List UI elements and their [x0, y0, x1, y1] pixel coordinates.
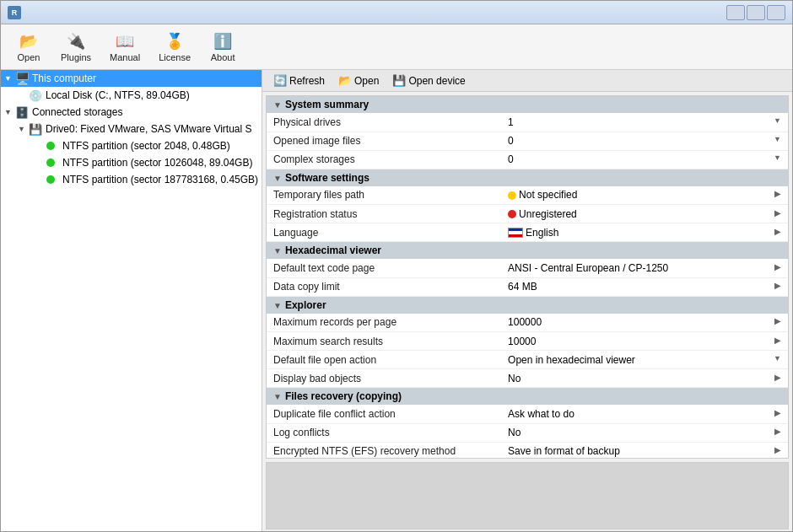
prop-value-files-recovery-2: Save in format of backup▶: [501, 442, 788, 459]
open-label: Open: [18, 52, 40, 62]
ntfs-icon: [45, 139, 60, 153]
app-icon: R: [8, 6, 21, 19]
settings-row-system-summary-1[interactable]: Opened image files 0▼: [267, 132, 788, 150]
settings-row-software-settings-2[interactable]: Language English▶: [267, 223, 788, 242]
prop-value-system-summary-2: 0▼: [501, 150, 788, 169]
row-arrow-software-settings-2[interactable]: ▶: [774, 227, 781, 236]
prop-value-hex-viewer-1: 64 MB▶: [501, 277, 788, 296]
settings-row-files-recovery-0[interactable]: Duplicate file conflict action Ask what …: [267, 405, 788, 423]
prop-value-system-summary-1: 0▼: [501, 132, 788, 150]
row-arrow-files-recovery-2[interactable]: ▶: [774, 445, 781, 454]
refresh-icon: 🔄: [273, 74, 287, 87]
toolbar-btn-manual[interactable]: 📖Manual: [102, 28, 148, 67]
action-btn-refresh[interactable]: 🔄Refresh: [269, 72, 329, 89]
settings-row-software-settings-1[interactable]: Registration status Unregistered▶: [267, 205, 788, 223]
red-dot-icon: [508, 210, 516, 218]
tree-arrow-drive0: ▼: [18, 125, 28, 133]
action-btn-open-device[interactable]: 💾Open device: [388, 72, 469, 89]
tree-item-drive0[interactable]: ▼💾Drive0: Fixed VMware, SAS VMware Virtu…: [1, 121, 262, 137]
prop-value-hex-viewer-0: ANSI - Central European / CP-1250▶: [501, 259, 788, 277]
computer-icon: 🖥️: [14, 72, 30, 85]
ntfs-icon: [45, 156, 60, 169]
storages-icon: 🗄️: [14, 105, 30, 119]
license-label: License: [159, 52, 191, 62]
tree-item-this-computer[interactable]: ▼🖥️This computer: [1, 70, 262, 87]
row-arrow-software-settings-0[interactable]: ▶: [774, 189, 781, 198]
section-title-system-summary: System summary: [285, 99, 369, 110]
tree-item-ntfs3[interactable]: NTFS partition (sector 187783168, 0.45GB…: [1, 171, 262, 188]
settings-row-software-settings-0[interactable]: Temporary files path Not specified▶: [267, 186, 788, 205]
tree-item-ntfs2[interactable]: NTFS partition (sector 1026048, 89.04GB): [1, 154, 262, 171]
prop-value-software-settings-0: Not specified▶: [501, 186, 788, 205]
open-icon: 📂: [338, 74, 352, 87]
prop-value-explorer-0: 100000▶: [501, 314, 788, 332]
row-dropdown-system-summary-1[interactable]: ▼: [774, 135, 781, 143]
toolbar-btn-about[interactable]: ℹ️About: [202, 28, 244, 67]
section-arrow-explorer: ▼: [273, 301, 282, 310]
prop-name-files-recovery-0: Duplicate file conflict action: [267, 405, 501, 423]
tree-arrow-this-computer: ▼: [4, 74, 14, 83]
tree-label-drive0: Drive0: Fixed VMware, SAS VMware Virtual…: [46, 123, 252, 135]
settings-row-explorer-1[interactable]: Maximum search results 10000▶: [267, 332, 788, 351]
yellow-dot-icon: [508, 191, 516, 200]
settings-row-system-summary-2[interactable]: Complex storages 0▼: [267, 150, 788, 169]
settings-table: ▼System summary Physical drives 1▼ Opene…: [267, 96, 788, 459]
prop-name-software-settings-2: Language: [267, 223, 501, 242]
open-icon: 📂: [17, 32, 40, 51]
section-arrow-system-summary: ▼: [273, 100, 282, 110]
prop-name-software-settings-0: Temporary files path: [267, 186, 501, 205]
toolbar-btn-license[interactable]: 🏅License: [151, 28, 198, 67]
settings-area: ▼System summary Physical drives 1▼ Opene…: [266, 95, 789, 459]
tree-label-ntfs2: NTFS partition (sector 1026048, 89.04GB): [62, 157, 252, 169]
prop-name-explorer-1: Maximum search results: [267, 332, 501, 351]
prop-name-hex-viewer-1: Data copy limit: [267, 277, 501, 296]
row-dropdown-system-summary-0[interactable]: ▼: [774, 116, 781, 125]
prop-value-software-settings-1: Unregistered▶: [501, 205, 788, 223]
prop-name-explorer-3: Display bad objects: [267, 369, 501, 388]
row-arrow-explorer-3[interactable]: ▶: [774, 373, 781, 382]
open-device-label: Open device: [408, 75, 465, 87]
row-arrow-explorer-1[interactable]: ▶: [774, 336, 781, 345]
settings-row-files-recovery-1[interactable]: Log conflicts No▶: [267, 423, 788, 442]
settings-row-hex-viewer-1[interactable]: Data copy limit 64 MB▶: [267, 277, 788, 296]
row-arrow-files-recovery-1[interactable]: ▶: [774, 427, 781, 436]
section-header-software-settings: ▼Software settings: [267, 169, 788, 186]
prop-name-software-settings-1: Registration status: [267, 205, 501, 223]
row-arrow-hex-viewer-0[interactable]: ▶: [774, 262, 781, 271]
prop-value-explorer-1: 10000▶: [501, 332, 788, 351]
plugins-label: Plugins: [61, 52, 91, 62]
settings-row-explorer-3[interactable]: Display bad objects No▶: [267, 369, 788, 388]
tree-item-ntfs1[interactable]: NTFS partition (sector 2048, 0.48GB): [1, 137, 262, 154]
settings-row-system-summary-0[interactable]: Physical drives 1▼: [267, 113, 788, 132]
toolbar-btn-plugins[interactable]: 🔌Plugins: [53, 28, 99, 67]
tree-item-connected-storages[interactable]: ▼🗄️Connected storages: [1, 104, 262, 121]
minimize-button[interactable]: [726, 5, 745, 20]
row-dropdown-system-summary-2[interactable]: ▼: [774, 153, 781, 162]
tree-item-local-disk[interactable]: 💿Local Disk (C:, NTFS, 89.04GB): [1, 87, 262, 104]
section-arrow-files-recovery: ▼: [273, 392, 282, 401]
settings-row-files-recovery-2[interactable]: Encrypted NTFS (EFS) recovery method Sav…: [267, 442, 788, 459]
window-controls: [726, 5, 785, 20]
settings-row-explorer-0[interactable]: Maximum records per page 100000▶: [267, 314, 788, 332]
action-btn-open[interactable]: 📂Open: [334, 72, 383, 89]
row-arrow-software-settings-1[interactable]: ▶: [774, 208, 781, 218]
toolbar-btn-open[interactable]: 📂Open: [8, 28, 50, 67]
section-header-hex-viewer: ▼Hexadecimal viewer: [267, 242, 788, 260]
tree-label-ntfs3: NTFS partition (sector 187783168, 0.45GB…: [62, 174, 258, 185]
section-title-explorer: Explorer: [285, 299, 326, 311]
row-arrow-files-recovery-0[interactable]: ▶: [774, 408, 781, 417]
section-arrow-hex-viewer: ▼: [273, 246, 282, 255]
prop-name-system-summary-0: Physical drives: [267, 113, 501, 132]
prop-name-files-recovery-1: Log conflicts: [267, 423, 501, 442]
settings-row-explorer-2[interactable]: Default file open action Open in hexadec…: [267, 351, 788, 369]
settings-row-hex-viewer-0[interactable]: Default text code page ANSI - Central Eu…: [267, 259, 788, 277]
section-title-files-recovery: Files recovery (copying): [285, 390, 402, 402]
row-arrow-explorer-0[interactable]: ▶: [774, 316, 781, 325]
row-arrow-hex-viewer-1[interactable]: ▶: [774, 281, 781, 290]
close-button[interactable]: [767, 5, 785, 20]
row-dropdown-explorer-2[interactable]: ▼: [774, 354, 781, 363]
maximize-button[interactable]: [747, 5, 765, 20]
bottom-area: [266, 462, 789, 529]
prop-value-explorer-2: Open in hexadecimal viewer▼: [501, 351, 788, 369]
section-title-software-settings: Software settings: [285, 172, 370, 184]
